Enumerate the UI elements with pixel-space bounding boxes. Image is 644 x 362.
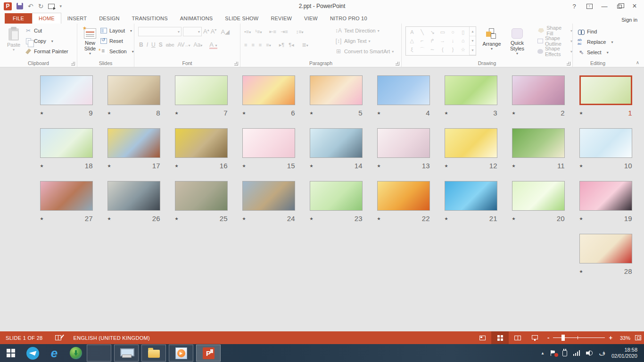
reset-button[interactable]: Reset — [100, 36, 134, 46]
numbering-button[interactable]: ¹≡▾ — [255, 29, 262, 34]
animation-indicator-star[interactable]: ★ — [175, 216, 179, 221]
align-center-button[interactable]: ≡ — [251, 42, 254, 48]
zoom-out-button[interactable]: - — [547, 334, 549, 341]
shape-fill-button[interactable]: Shape Fill▾ — [537, 25, 572, 36]
shape-glyph[interactable]: ⌂ — [462, 38, 465, 43]
slide-thumbnail-11[interactable] — [512, 128, 565, 158]
slide-thumbnail-3[interactable] — [445, 75, 497, 105]
slide-thumbnail-9[interactable] — [40, 75, 93, 105]
rtl-direction-button[interactable]: ¶◂ — [289, 42, 294, 48]
slide-thumbnail-8[interactable] — [107, 75, 160, 105]
change-case-button[interactable]: Aa▾ — [194, 41, 203, 48]
line-spacing-button[interactable]: ↕≡▾ — [296, 29, 304, 34]
align-left-button[interactable]: ≡ — [244, 42, 247, 48]
animation-indicator-star[interactable]: ★ — [579, 269, 583, 274]
animation-indicator-star[interactable]: ★ — [579, 111, 583, 115]
shape-glyph[interactable]: ☆ — [461, 47, 465, 53]
save-icon[interactable] — [17, 3, 23, 9]
animation-indicator-star[interactable]: ★ — [310, 216, 314, 221]
shape-glyph[interactable]: ⌒ — [420, 46, 425, 53]
animation-indicator-star[interactable]: ★ — [445, 111, 448, 115]
animation-indicator-star[interactable]: ★ — [445, 164, 448, 168]
slide-thumbnail-5[interactable] — [310, 75, 363, 105]
reading-view-button[interactable] — [509, 331, 526, 344]
slide-thumbnail-4[interactable] — [377, 75, 430, 105]
animation-indicator-star[interactable]: ★ — [242, 111, 246, 115]
slide-thumbnail-1[interactable] — [579, 75, 632, 105]
slide-thumbnail-14[interactable] — [310, 128, 363, 158]
animation-indicator-star[interactable]: ★ — [242, 164, 246, 168]
tab-view[interactable]: VIEW — [298, 13, 324, 24]
shape-glyph[interactable]: ↘ — [430, 29, 435, 35]
zoom-slider-thumb[interactable] — [561, 335, 565, 341]
columns-button[interactable]: ≣▾ — [302, 42, 308, 48]
font-size-combo[interactable]: ▾ — [183, 27, 202, 36]
ltr-direction-button[interactable]: ▸¶ — [279, 42, 284, 48]
decrease-indent-button[interactable]: ⇤≡ — [269, 29, 276, 35]
new-slide-button[interactable]: New Slide ▾ — [80, 25, 100, 60]
slide-thumbnail-10[interactable] — [579, 128, 632, 158]
clear-formatting-button[interactable]: A◢ — [221, 28, 230, 35]
increase-indent-button[interactable]: ⇥≡ — [281, 29, 288, 35]
shape-glyph[interactable]: ○ — [451, 29, 454, 35]
select-button[interactable]: ⇖Select ▾ — [578, 47, 623, 58]
slide-thumbnail-13[interactable] — [377, 128, 430, 158]
undo-icon[interactable]: ↶ — [28, 3, 33, 9]
italic-button[interactable]: I — [147, 41, 148, 48]
slide-thumbnail-19[interactable] — [579, 181, 632, 211]
shape-glyph[interactable]: ▭ — [440, 29, 445, 35]
copy-button[interactable]: Copy ▾ — [25, 36, 68, 46]
animation-indicator-star[interactable]: ★ — [512, 164, 516, 168]
animation-indicator-star[interactable]: ★ — [107, 216, 111, 221]
tab-design[interactable]: DESIGN — [93, 13, 125, 24]
animation-indicator-star[interactable]: ★ — [40, 216, 44, 221]
shape-glyph[interactable]: { — [442, 47, 444, 52]
taskbar-remote-desktop[interactable] — [114, 345, 139, 362]
volume-icon[interactable] — [586, 350, 593, 356]
animation-indicator-star[interactable]: ★ — [107, 164, 111, 168]
cut-button[interactable]: ✂Cut — [25, 25, 68, 36]
slide-sorter-view-button[interactable] — [491, 331, 509, 344]
align-right-button[interactable]: ≡ — [259, 42, 262, 48]
restore-button[interactable] — [613, 1, 626, 11]
taskbar-media-player[interactable]: ▶ — [169, 345, 193, 362]
show-hidden-icons-button[interactable]: ▲ — [541, 351, 545, 355]
taskbar-internet-explorer[interactable]: e — [43, 344, 65, 362]
action-center-flag-icon[interactable] — [551, 350, 556, 356]
animation-indicator-star[interactable]: ★ — [40, 111, 44, 115]
ribbon-display-options-button[interactable]: ↑ — [583, 1, 596, 11]
taskbar-idm[interactable] — [65, 344, 87, 362]
clipboard-dialog-launcher[interactable] — [71, 62, 75, 66]
slide-thumbnail-18[interactable] — [40, 128, 93, 158]
drawing-dialog-launcher[interactable] — [567, 62, 570, 66]
redo-icon[interactable]: ↻ — [38, 3, 44, 9]
start-from-beginning-icon[interactable] — [48, 4, 55, 9]
shapes-gallery-scrollbar[interactable]: ▲ ▼ ▼ — [469, 27, 476, 55]
shape-glyph[interactable]: → — [440, 38, 445, 43]
layout-button[interactable]: Layout ▾ — [100, 25, 134, 36]
character-spacing-button[interactable]: AV↔▾ — [177, 41, 190, 48]
underline-button[interactable]: U — [151, 41, 156, 48]
section-button[interactable]: Section ▾ — [100, 46, 134, 57]
animation-indicator-star[interactable]: ★ — [310, 111, 314, 115]
language-indicator[interactable]: ENGLISH (UNITED KINGDOM) — [74, 335, 150, 341]
animation-indicator-star[interactable]: ★ — [512, 216, 516, 221]
animation-indicator-star[interactable]: ★ — [175, 111, 179, 115]
animation-indicator-star[interactable]: ★ — [579, 216, 583, 221]
shape-glyph[interactable]: △ — [410, 38, 414, 44]
slide-thumbnail-28[interactable] — [579, 234, 632, 263]
close-button[interactable]: × — [628, 1, 641, 11]
paragraph-dialog-launcher[interactable] — [396, 62, 399, 66]
zoom-slider[interactable] — [553, 337, 605, 338]
animation-indicator-star[interactable]: ★ — [579, 164, 583, 168]
tab-file[interactable]: FILE — [5, 13, 32, 24]
font-color-button[interactable]: A ▾ — [209, 41, 217, 48]
slide-thumbnail-2[interactable] — [512, 75, 565, 105]
shape-glyph[interactable]: A — [410, 29, 413, 35]
zoom-in-button[interactable]: + — [609, 334, 612, 341]
bold-button[interactable]: B — [139, 41, 143, 48]
network-signal-icon[interactable] — [573, 350, 580, 356]
replace-button[interactable]: abacReplace ▾ — [578, 37, 623, 47]
shapes-gallery[interactable]: A╲↘▭○▯△⌐↱→↓⌂ξ⌒∼{}☆ ▲ ▼ ▼ — [405, 26, 476, 56]
animation-indicator-star[interactable]: ★ — [377, 216, 381, 221]
